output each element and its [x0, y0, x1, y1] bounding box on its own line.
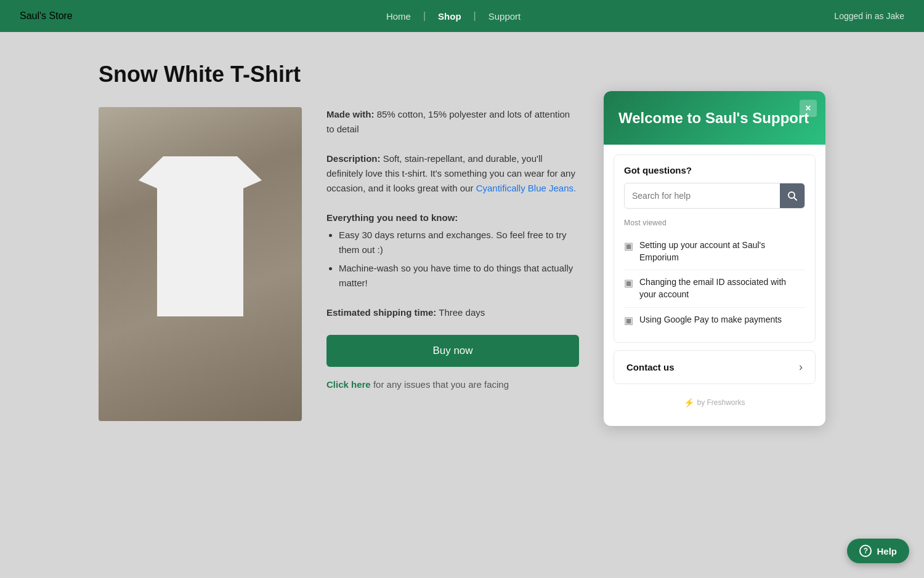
contact-panel[interactable]: Contact us ›	[614, 350, 816, 384]
widget-footer: ⚡ by Freshworks	[614, 391, 816, 416]
contact-label: Contact us	[626, 362, 675, 372]
help-item-icon-0: ▣	[624, 240, 633, 252]
support-widget: Welcome to Saul's Support × Got question…	[604, 91, 825, 426]
product-layout: Made with: 85% cotton, 15% polyester and…	[99, 107, 579, 421]
bullets-list: Easy 30 days returns and exchanges. So f…	[339, 228, 579, 291]
help-button-label: Help	[877, 546, 897, 556]
nav-home[interactable]: Home	[379, 11, 418, 22]
nav-brand[interactable]: Saul's Store	[20, 10, 73, 22]
widget-header: Welcome to Saul's Support ×	[604, 91, 825, 145]
help-item-text-1: Changing the email ID associated with yo…	[639, 276, 805, 300]
help-item-2[interactable]: ▣ Using Google Pay to make payments	[624, 308, 805, 332]
everything-label: Everything you need to know:	[326, 212, 458, 223]
help-item-icon-1: ▣	[624, 277, 633, 289]
description-block: Description: Soft, stain-repellant, and …	[326, 151, 579, 196]
got-questions-label: Got questions?	[624, 165, 805, 175]
click-here-link[interactable]: Click here	[326, 379, 371, 390]
click-here-text: Click here for any issues that you are f…	[326, 379, 579, 390]
made-with-label: Made with:	[326, 109, 375, 119]
product-image	[99, 107, 302, 421]
help-circle-icon: ?	[859, 545, 872, 557]
product-title: Snow White T-Shirt	[99, 62, 579, 87]
shipping-label: Estimated shipping time:	[326, 307, 436, 318]
navbar: Saul's Store Home | Shop | Support Logge…	[0, 0, 924, 32]
nav-links: Home | Shop | Support	[379, 10, 528, 22]
product-section: Snow White T-Shirt Made with: 85% cotton…	[99, 62, 579, 426]
bullet-0: Easy 30 days returns and exchanges. So f…	[339, 228, 579, 257]
help-float-button[interactable]: ? Help	[847, 539, 909, 563]
contact-chevron-icon: ›	[799, 361, 803, 374]
nav-user-status: Logged in as Jake	[834, 11, 904, 21]
search-bar	[624, 183, 805, 209]
nav-sep-2: |	[474, 10, 476, 22]
widget-title: Welcome to Saul's Support	[618, 108, 811, 127]
bullet-1: Machine-wash so you have time to do thin…	[339, 261, 579, 291]
widget-close-button[interactable]: ×	[800, 100, 817, 117]
description-link[interactable]: Cyantifically Blue Jeans.	[476, 183, 577, 193]
search-input[interactable]	[625, 185, 780, 207]
widget-body: Got questions? Most viewed ▣ Setting up …	[604, 145, 825, 425]
nav-sep-1: |	[423, 10, 426, 22]
shipping-value: Three days	[439, 307, 485, 318]
help-item-text-0: Setting up your account at Saul's Empori…	[639, 239, 805, 263]
questions-panel: Got questions? Most viewed ▣ Setting up …	[614, 155, 816, 342]
shipping-block: Estimated shipping time: Three days	[326, 305, 579, 320]
search-button[interactable]	[780, 183, 804, 208]
click-here-suffix: for any issues that you are facing	[371, 379, 509, 390]
nav-shop[interactable]: Shop	[431, 11, 469, 22]
everything-block: Everything you need to know: Easy 30 day…	[326, 211, 579, 291]
most-viewed-label: Most viewed	[624, 219, 805, 227]
svg-line-1	[794, 198, 796, 200]
tshirt-shape	[139, 156, 262, 316]
nav-support[interactable]: Support	[481, 11, 529, 22]
buy-now-button[interactable]: Buy now	[326, 335, 579, 367]
description-label: Description:	[326, 153, 381, 164]
made-with-block: Made with: 85% cotton, 15% polyester and…	[326, 107, 579, 137]
freshworks-logo-icon: ⚡	[684, 398, 694, 407]
product-details: Made with: 85% cotton, 15% polyester and…	[326, 107, 579, 421]
product-image-inner	[99, 107, 302, 421]
help-item-1[interactable]: ▣ Changing the email ID associated with …	[624, 270, 805, 307]
help-item-icon-2: ▣	[624, 315, 633, 326]
main-content: Snow White T-Shirt Made with: 85% cotton…	[0, 32, 924, 456]
footer-powered: by Freshworks	[697, 398, 745, 407]
help-item-0[interactable]: ▣ Setting up your account at Saul's Empo…	[624, 233, 805, 270]
search-icon	[787, 191, 797, 201]
help-item-text-2: Using Google Pay to make payments	[639, 314, 782, 326]
